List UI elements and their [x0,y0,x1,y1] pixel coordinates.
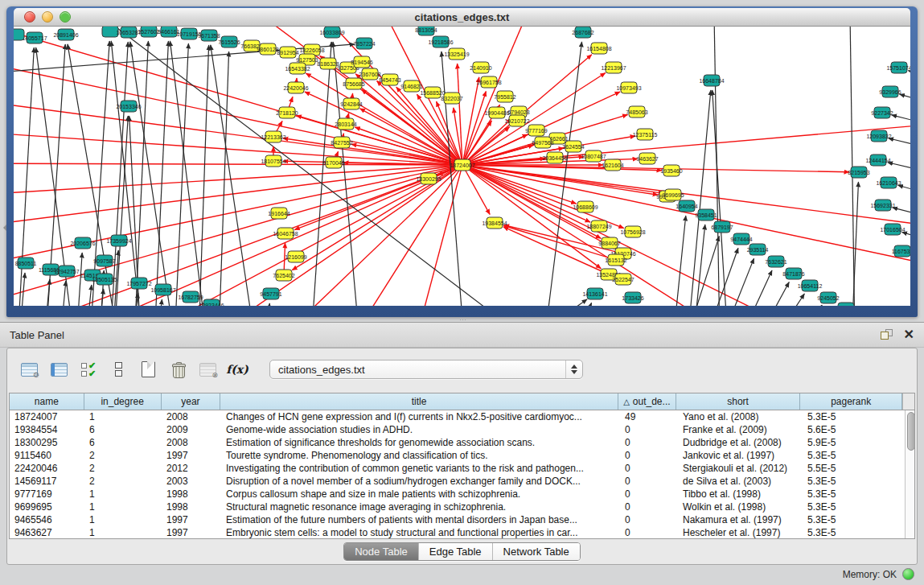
tab-edge-table[interactable]: Edge Table [418,543,492,560]
graph-node-label: 16961758 [476,80,501,85]
table-row[interactable]: 1830029562008Estimation of significance … [10,436,905,449]
graph-edge[interactable] [888,163,910,176]
graph-node-label: 20153346 [116,104,141,109]
graph-edge[interactable] [893,208,910,221]
graph-node-label: 18300295 [416,176,441,182]
graph-node[interactable] [838,303,854,306]
tab-network-table[interactable]: Network Table [492,543,580,560]
node-table: namein_degreeyeartitle△out_de...shortpag… [9,393,915,539]
graph-edge[interactable] [900,94,910,107]
select-columns-icon[interactable]: ✔ ✔ [78,360,99,379]
graph-edge[interactable] [14,165,462,268]
graph-edge[interactable] [544,42,582,306]
table-row[interactable]: 2242004622012Investigating the contribut… [10,462,905,475]
table-settings-icon[interactable]: ⚙ [18,360,39,379]
network-canvas[interactable]: 1872400776638229860128891295418226058912… [14,27,910,306]
table-row[interactable]: 977716911998Corpus callosum shape and si… [10,488,905,501]
graph-edge[interactable] [44,279,50,306]
zoom-window-icon[interactable] [60,11,71,23]
table-row[interactable]: 946554611997Estimation of the future num… [10,513,905,526]
column-header-year[interactable]: year [162,393,221,410]
row-height-icon[interactable] [108,360,129,379]
graph-edge[interactable] [14,165,462,228]
graph-node-label: 20206576 [70,241,95,246]
table-row[interactable]: 946362711997Embryonic stem cells: a mode… [10,526,905,539]
scrollbar-thumb[interactable] [907,412,915,451]
graph-edge[interactable] [211,45,255,306]
column-header-in-degree[interactable]: in_degree [84,393,162,410]
graph-edge[interactable] [774,294,804,306]
graph-edge[interactable] [889,138,910,152]
table-selector-dropdown[interactable]: citations_edges.txt [269,360,583,379]
graph-node-label: 12375115 [633,132,658,138]
column-header-title[interactable]: title [220,393,618,410]
blank-page-glyph [142,361,155,377]
table-row[interactable]: 1456911722003Disruption of a novel membe… [10,475,905,488]
function-builder-icon[interactable]: f(x) [227,360,248,379]
graph-edge[interactable] [462,165,910,268]
graph-edge[interactable] [908,71,910,83]
graph-edge[interactable] [462,165,849,172]
graph-node-label: 19904486 [484,110,509,116]
graph-node-label: 10688609 [573,204,598,210]
column-header-name[interactable]: name [10,393,84,410]
show-column-icon[interactable] [48,360,69,379]
column-header-pagerank[interactable]: pagerank [800,393,902,410]
close-window-icon[interactable] [24,11,35,23]
float-panel-front-square [881,332,889,340]
graph-edge[interactable] [154,41,168,306]
graph-edge[interactable] [134,41,148,306]
status-bar: Memory: OK [0,563,924,585]
graph-node-label: 20891406 [53,32,78,38]
table-row[interactable]: 1938455462009Genome-wide association stu… [10,423,905,436]
graph-edge[interactable] [60,281,66,306]
vertical-scrollbar[interactable] [905,410,915,539]
table-row[interactable]: 969969511998Structural magnetic resonanc… [10,501,905,513]
table-cell: Changes of HCN gene expression and I(f) … [221,410,620,423]
graph-edge[interactable] [898,185,910,199]
graph-edge[interactable] [157,299,162,306]
graph-node[interactable] [14,29,24,40]
table-row[interactable]: 1872400712008Changes of HCN gene express… [10,410,905,423]
graph-edge[interactable] [265,303,269,306]
table-row[interactable]: 911546021997Tourette syndrome. Phenomeno… [10,449,905,462]
graph-edge[interactable] [462,165,577,204]
memory-status-indicator[interactable] [902,568,914,580]
graph-edge[interactable] [14,131,462,165]
graph-edge[interactable] [199,45,209,306]
graph-node-label: 10756928 [620,229,645,235]
graph-node-label: 9097587 [93,258,115,264]
column-header-short[interactable]: short [676,393,801,410]
table-cell: 5.6E-5 [803,423,905,436]
network-view-window[interactable]: citations_edges.txt 18724007766382298601… [6,6,918,317]
new-file-icon[interactable] [138,360,158,379]
graph-node-label: 8322037 [441,96,462,101]
splitter-collapse-arrow[interactable] [0,225,6,231]
graph-edge[interactable] [901,232,910,245]
graph-edge[interactable] [14,27,462,165]
close-panel-icon[interactable]: ✕ [904,328,914,341]
float-panel-icon[interactable] [880,329,893,340]
graph-edge[interactable] [279,165,462,306]
table-cell: 18724007 [10,410,84,423]
column-header-out-de-[interactable]: △out_de... [618,393,676,410]
graph-node-label: 9777169 [525,128,547,134]
graph-node-label: 18107554 [261,159,285,164]
graph-node-label: 16154808 [586,46,611,51]
tab-node-table[interactable]: Node Table [344,543,418,560]
graph-node-label: 19218586 [428,39,453,45]
table-cell: Structural magnetic resonance image aver… [221,501,620,513]
graph-edge[interactable] [758,282,789,306]
graph-node-label: 12213967 [601,65,626,71]
graph-edge[interactable] [705,248,738,306]
graph-edge[interactable] [714,27,720,306]
graph-edge[interactable] [76,253,82,306]
minimize-window-icon[interactable] [42,11,53,23]
graph-edge[interactable] [528,299,587,306]
network-window-titlebar[interactable]: citations_edges.txt [14,8,910,27]
delete-trash-icon[interactable] [167,360,188,379]
graph-node-label: 8471876 [782,271,804,277]
graph-edge[interactable] [673,216,686,306]
graph-edge[interactable] [740,270,772,306]
table-cell: 1 [84,488,162,501]
